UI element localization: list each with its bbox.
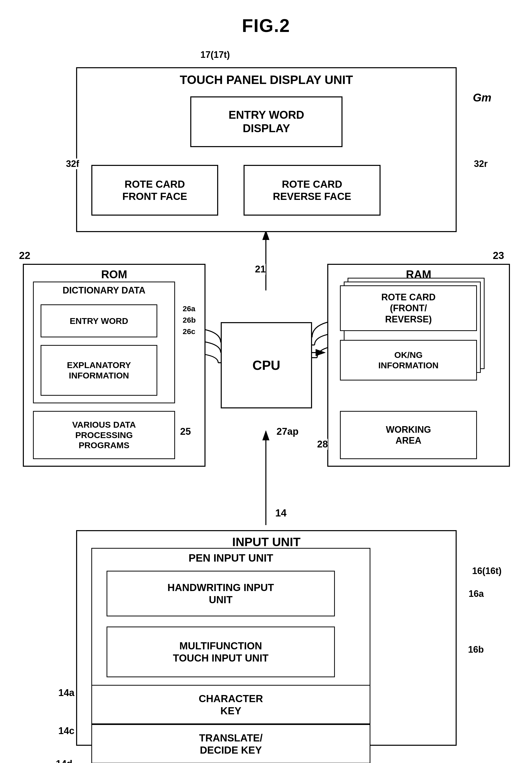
label-27ap: 27ap (276, 426, 299, 437)
rom-label: ROM (101, 268, 127, 281)
translate-decide-box: TRANSLATE/ DECIDE KEY (91, 724, 371, 763)
pen-input-unit-label: PEN INPUT UNIT (188, 552, 273, 564)
entry-word-display-label: ENTRY WORD DISPLAY (229, 108, 304, 135)
label-32f: 32f (66, 159, 79, 169)
cpu-label: CPU (253, 357, 280, 373)
entry-word-box: ENTRY WORD (41, 304, 157, 337)
rote-card-front-box: ROTE CARD FRONT FACE (91, 165, 218, 216)
okng-label: OK/NG INFORMATION (378, 350, 438, 371)
entry-word-label: ENTRY WORD (70, 316, 128, 326)
multifunction-touch-label: MULTIFUNCTION TOUCH INPUT UNIT (173, 640, 268, 664)
label-26a: 26a (183, 304, 195, 313)
label-gm: Gm (473, 91, 491, 104)
working-area-label: WORKING AREA (386, 424, 431, 446)
label-16b: 16b (468, 644, 484, 655)
explanatory-info-label: EXPLANATORY INFORMATION (67, 360, 131, 381)
rote-card-ram-label: ROTE CARD (FRONT/ REVERSE) (381, 292, 436, 325)
label-16-16t: 16(16t) (472, 566, 501, 576)
rote-card-ram-box: ROTE CARD (FRONT/ REVERSE) (340, 285, 477, 331)
dictionary-data-label: DICTIONARY DATA (63, 285, 146, 296)
rote-card-front-label: ROTE CARD FRONT FACE (122, 178, 187, 202)
label-14c: 14c (58, 725, 74, 736)
working-area-box: WORKING AREA (340, 411, 477, 459)
multifunction-touch-box: MULTIFUNCTION TOUCH INPUT UNIT (107, 626, 335, 677)
label-16a: 16a (469, 589, 484, 599)
label-14: 14 (275, 507, 287, 519)
rote-card-reverse-box: ROTE CARD REVERSE FACE (244, 165, 380, 216)
entry-word-display-box: ENTRY WORD DISPLAY (190, 96, 343, 147)
label-22: 22 (19, 250, 31, 261)
explanatory-info-box: EXPLANATORY INFORMATION (41, 345, 157, 396)
various-data-label: VARIOUS DATA PROCESSING PROGRAMS (72, 419, 136, 451)
label-23: 23 (493, 250, 504, 261)
label-32r: 32r (474, 159, 487, 169)
character-key-box: CHARACTER KEY (91, 685, 371, 724)
character-key-label: CHARACTER KEY (199, 693, 263, 717)
label-26b: 26b (183, 316, 196, 324)
rote-card-reverse-label: ROTE CARD REVERSE FACE (273, 178, 351, 202)
translate-decide-label: TRANSLATE/ DECIDE KEY (199, 732, 263, 756)
label-21: 21 (255, 264, 266, 275)
handwriting-input-label: HANDWRITING INPUT UNIT (167, 581, 274, 606)
input-unit-label: INPUT UNIT (232, 535, 300, 549)
handwriting-input-box: HANDWRITING INPUT UNIT (107, 571, 335, 616)
label-25: 25 (180, 426, 191, 437)
okng-box: OK/NG INFORMATION (340, 340, 477, 381)
label-14d: 14d (56, 758, 72, 763)
label-28: 28 (317, 439, 328, 450)
label-17: 17(17t) (200, 50, 230, 60)
cpu-box: CPU (221, 322, 312, 408)
diagram-container: FIG.2 17(17t) TOUCH PANEL DISPLAY UNIT G… (0, 0, 532, 763)
touch-panel-label: TOUCH PANEL DISPLAY UNIT (76, 67, 457, 87)
fig-title: FIG.2 (0, 0, 532, 36)
various-data-box: VARIOUS DATA PROCESSING PROGRAMS (33, 411, 175, 459)
label-26c: 26c (183, 327, 195, 336)
label-14a: 14a (58, 688, 74, 698)
